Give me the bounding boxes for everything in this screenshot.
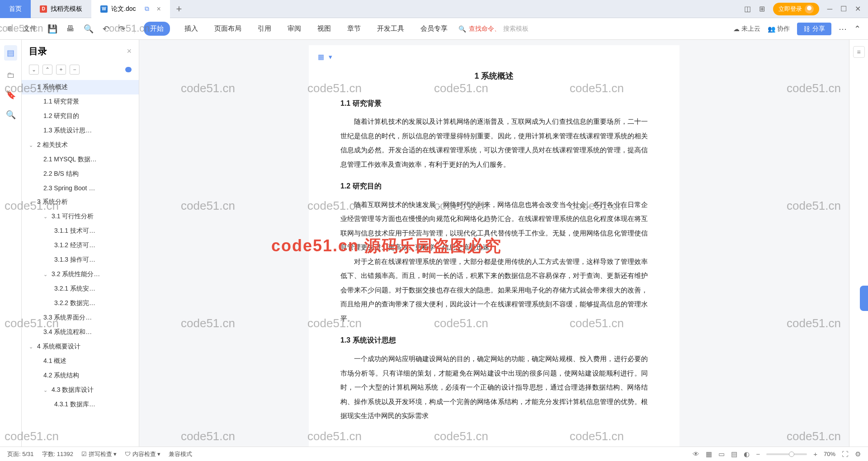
view-page-icon[interactable]: ▦ (706, 450, 712, 458)
toc-item[interactable]: 2.2 B/S 结构 (22, 167, 139, 181)
tab-label: 找稻壳模板 (51, 5, 82, 13)
toc-item-label: 1.1 研究背景 (43, 98, 79, 106)
apps-icon[interactable]: ⊞ (759, 5, 765, 13)
toc-sync-icon[interactable] (125, 67, 132, 72)
menu-4[interactable]: 审阅 (286, 22, 303, 36)
toc-item[interactable]: 1.1 研究背景 (22, 94, 139, 109)
menu-8[interactable]: 会员专享 (419, 22, 449, 36)
spellcheck-toggle[interactable]: ☑ 拼写检查 ▾ (81, 450, 117, 458)
menu-3[interactable]: 引用 (256, 22, 273, 36)
save-icon[interactable]: 💾 (47, 24, 57, 34)
left-rail: ▤ 🗀 🔖 🔍 (0, 40, 22, 447)
window-controls: ◫ ⊞ 立即登录 ─ ☐ ✕ (744, 3, 868, 15)
toc-item[interactable]: ⌄3 系统分析 (22, 195, 139, 209)
tab-home[interactable]: 首页 (0, 0, 31, 18)
minimize-icon[interactable]: ─ (827, 5, 832, 13)
toc-item[interactable]: 2.1 MYSQL 数据… (22, 152, 139, 167)
zoom-slider[interactable] (766, 453, 807, 455)
heading-2: 1.3 系统设计思想 (340, 333, 648, 348)
toc-item[interactable]: 1.3 系统设计思… (22, 123, 139, 138)
toc-item[interactable]: 4.3.1 数据库… (22, 397, 139, 412)
menu-0[interactable]: 开始 (144, 22, 170, 36)
paragraph: 对于之前在线课程管理系统的管理，大部分都是使用传统的人工方式去管理，这样导致了管… (340, 254, 648, 326)
login-button[interactable]: 立即登录 (773, 3, 819, 15)
menu-1[interactable]: 插入 (183, 22, 200, 36)
toc-item[interactable]: ⌄2 相关技术 (22, 138, 139, 152)
page-indicator[interactable]: 页面: 5/31 (7, 450, 34, 458)
toc-item[interactable]: 3.1.3 操作可… (22, 253, 139, 267)
window-close-icon[interactable]: ✕ (855, 5, 861, 13)
outline-icon[interactable]: ▤ (4, 45, 17, 61)
device-icon[interactable]: ⧉ (145, 5, 149, 13)
cloud-status[interactable]: ☁ 未上云 (733, 25, 760, 33)
toc-item[interactable]: ⌄1 系统概述 (22, 80, 139, 94)
document-area[interactable]: ▦▾ 1 系统概述 1.1 研究背景 随着计算机技术的发展以及计算机网络的逐渐普… (139, 40, 849, 447)
collapse-all-icon[interactable]: ⌄ (29, 65, 39, 75)
zoom-out-icon[interactable]: − (756, 450, 760, 458)
remove-level-icon[interactable]: − (70, 65, 80, 75)
menu-6[interactable]: 章节 (345, 22, 363, 36)
more-icon[interactable]: ⋯ (839, 24, 847, 34)
toc-item[interactable]: 3.2.1 系统安… (22, 282, 139, 296)
close-icon[interactable]: × (156, 5, 160, 13)
toc-item[interactable]: 4.2 系统结构 (22, 368, 139, 383)
menu-7[interactable]: 开发工具 (375, 22, 406, 36)
toolbox-icon[interactable]: 🗀 (7, 71, 15, 80)
undo-icon[interactable]: ↶ (103, 24, 109, 34)
settings-icon[interactable]: ⚙ (855, 450, 861, 458)
page-dropdown-icon[interactable]: ▾ (329, 50, 332, 64)
compat-mode[interactable]: 兼容模式 (169, 450, 192, 458)
view-read-icon[interactable]: 👁 (693, 450, 699, 458)
toc-item[interactable]: 4.1 概述 (22, 354, 139, 368)
content-check[interactable]: 🛡 内容检查 ▾ (125, 450, 160, 458)
right-panel-toggle[interactable]: ≡ (853, 46, 865, 58)
toc-item[interactable]: ⌄3.2 系统性能分… (22, 267, 139, 282)
menu-2[interactable]: 页面布局 (212, 22, 243, 36)
command-search[interactable]: 🔍查找命令、搜索模板 (458, 25, 528, 33)
toc-item-label: 2.2 B/S 结构 (43, 170, 79, 178)
toc-close-icon[interactable]: × (127, 47, 132, 56)
fit-page-icon[interactable]: ⛶ (842, 450, 849, 458)
toc-item[interactable]: 3.4 系统流程和… (22, 325, 139, 339)
toc-item[interactable]: ⌄3.1 可行性分析 (22, 209, 139, 224)
toc-item-label: 3.2.1 系统安… (54, 285, 95, 293)
view-web-icon[interactable]: ▭ (718, 450, 725, 458)
share-button[interactable]: ⛓ 分享 (797, 23, 831, 35)
toc-item[interactable]: ⌄4.3 数据库设计 (22, 383, 139, 397)
toc-item[interactable]: 2.3 Spring Boot … (22, 181, 139, 195)
expand-all-icon[interactable]: ⌃ (42, 65, 52, 75)
menu-icon[interactable]: ≡ (7, 24, 12, 33)
search-icon[interactable]: 🔍 (6, 110, 16, 120)
redo-icon[interactable]: ↷ (118, 24, 125, 34)
toc-item[interactable]: ⌄4 系统概要设计 (22, 339, 139, 354)
avatar-icon (805, 5, 814, 14)
coop-button[interactable]: 👥 协作 (768, 25, 790, 33)
collapse-ribbon-icon[interactable]: ⌃ (854, 24, 861, 34)
feedback-tab[interactable] (860, 286, 868, 311)
preview-icon[interactable]: 🔍 (84, 24, 94, 34)
menu-5[interactable]: 视图 (316, 22, 333, 36)
menu-tabs: 开始插入页面布局引用审阅视图章节开发工具会员专享 (144, 22, 449, 36)
file-menu[interactable]: 文件 (21, 22, 38, 36)
night-mode-icon[interactable]: ◐ (744, 450, 750, 458)
bookmark-icon[interactable]: 🔖 (6, 90, 16, 100)
new-tab-button[interactable]: + (170, 3, 188, 15)
zoom-in-icon[interactable]: + (813, 450, 817, 458)
tab-templates[interactable]: D找稻壳模板 (31, 0, 91, 18)
print-icon[interactable]: 🖶 (66, 24, 75, 33)
add-level-icon[interactable]: + (56, 65, 66, 75)
toc-item[interactable]: 3.2.2 数据完… (22, 296, 139, 310)
page-marker-icon[interactable]: ▦ (318, 50, 324, 64)
toc-item[interactable]: 3.3 系统界面分… (22, 310, 139, 325)
maximize-icon[interactable]: ☐ (840, 5, 847, 13)
toc-item[interactable]: 1.2 研究目的 (22, 109, 139, 123)
chevron-down-icon: ⌄ (29, 344, 35, 350)
zoom-level[interactable]: 70% (824, 451, 835, 457)
tab-document[interactable]: W论文.doc⧉× (91, 0, 170, 18)
view-outline-icon[interactable]: ▤ (731, 450, 737, 458)
toc-item-label: 4.1 概述 (43, 357, 66, 365)
toc-item[interactable]: 3.1.1 技术可… (22, 224, 139, 238)
toc-item[interactable]: 3.1.2 经济可… (22, 238, 139, 253)
layout-icon[interactable]: ◫ (744, 5, 751, 13)
word-count[interactable]: 字数: 11392 (42, 450, 73, 458)
